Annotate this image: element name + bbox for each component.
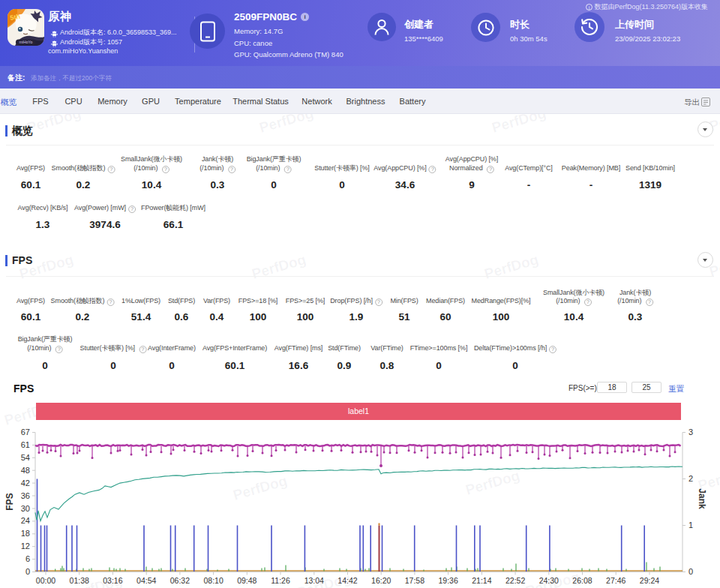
svg-text:18: 18 — [21, 529, 30, 538]
svg-text:00:00: 00:00 — [36, 576, 56, 585]
svg-text:61: 61 — [21, 440, 30, 449]
svg-text:2: 2 — [688, 474, 693, 483]
svg-text:01:38: 01:38 — [70, 576, 89, 585]
svg-text:6: 6 — [26, 554, 30, 563]
svg-text:67: 67 — [21, 428, 30, 436]
svg-text:42: 42 — [21, 478, 30, 488]
svg-text:13:04: 13:04 — [304, 576, 324, 585]
svg-text:3: 3 — [688, 428, 693, 436]
svg-text:12: 12 — [21, 542, 30, 550]
svg-text:54: 54 — [21, 453, 30, 462]
svg-text:21:14: 21:14 — [472, 576, 491, 585]
svg-text:26:08: 26:08 — [572, 576, 592, 585]
svg-text:36: 36 — [21, 491, 30, 500]
svg-text:Jank: Jank — [697, 488, 707, 509]
svg-text:0: 0 — [688, 567, 693, 576]
svg-text:09:48: 09:48 — [237, 576, 256, 585]
svg-text:24: 24 — [21, 516, 30, 525]
svg-text:0: 0 — [26, 567, 30, 576]
svg-text:14:42: 14:42 — [338, 576, 357, 585]
svg-text:06:32: 06:32 — [170, 576, 190, 585]
svg-text:16:20: 16:20 — [371, 576, 391, 585]
svg-text:FPS: FPS — [4, 493, 15, 510]
svg-text:04:54: 04:54 — [136, 576, 156, 585]
svg-text:1: 1 — [688, 520, 693, 530]
svg-text:11:26: 11:26 — [271, 576, 290, 585]
svg-text:17:58: 17:58 — [405, 576, 424, 585]
svg-text:24:30: 24:30 — [539, 576, 559, 585]
svg-text:48: 48 — [21, 466, 30, 475]
svg-text:03:16: 03:16 — [103, 576, 122, 585]
svg-text:29:24: 29:24 — [640, 576, 659, 585]
svg-text:30: 30 — [21, 504, 30, 513]
svg-text:22:52: 22:52 — [506, 576, 525, 585]
svg-text:19:36: 19:36 — [438, 576, 458, 585]
svg-text:08:10: 08:10 — [203, 576, 223, 585]
svg-text:27:46: 27:46 — [606, 576, 626, 585]
svg-text:miHoYo: miHoYo — [20, 40, 33, 44]
